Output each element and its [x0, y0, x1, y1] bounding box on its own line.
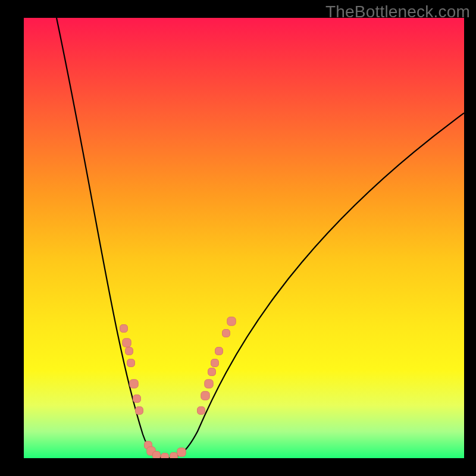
data-marker [161, 453, 169, 458]
bottleneck-curve [57, 18, 464, 458]
curve-group [57, 18, 464, 458]
data-marker [211, 359, 219, 367]
chart-svg [24, 18, 464, 458]
data-marker [208, 368, 216, 376]
watermark-text: TheBottleneck.com [325, 2, 470, 21]
data-marker [136, 407, 143, 415]
plot-area [24, 18, 464, 458]
data-marker [177, 448, 186, 456]
data-marker [201, 392, 209, 400]
data-marker [153, 452, 161, 458]
data-marker [215, 347, 223, 355]
data-marker [227, 317, 236, 325]
data-marker [127, 359, 135, 367]
data-marker [126, 347, 133, 355]
data-marker [133, 395, 141, 403]
data-marker [223, 330, 230, 337]
data-marker [198, 407, 205, 415]
data-marker [205, 380, 213, 388]
chart-frame: TheBottleneck.com [0, 0, 476, 476]
data-marker [120, 325, 128, 333]
data-marker [123, 339, 131, 347]
data-marker [130, 380, 138, 388]
data-marker [170, 453, 178, 458]
